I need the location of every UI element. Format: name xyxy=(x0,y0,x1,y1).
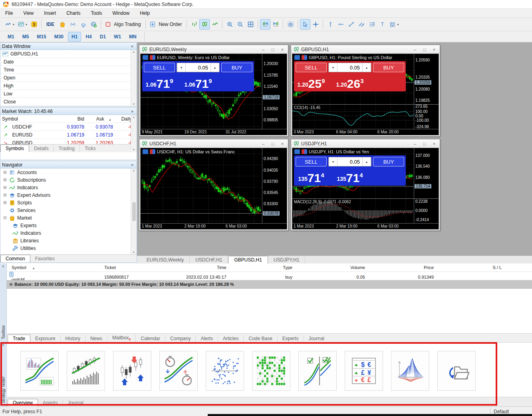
menu-charts[interactable]: Charts xyxy=(61,9,85,17)
minimize-icon[interactable]: – xyxy=(260,141,266,146)
tab-experts[interactable]: Experts xyxy=(278,335,304,342)
nav-item-market-libraries[interactable]: Libraries xyxy=(0,237,131,244)
tile-trading-arrows[interactable] xyxy=(113,351,151,391)
market-watch-scrollbar[interactable]: ▲▼ xyxy=(131,115,137,152)
indicator-axis[interactable]: 273.65100.000.00-100.00-324.98 xyxy=(414,105,439,129)
nav-item-services[interactable]: Services xyxy=(0,206,131,214)
tile-optimization-surface[interactable] xyxy=(391,351,429,391)
menu-window[interactable]: Window xyxy=(107,9,135,17)
trade-table-header[interactable]: Symbol ▲ Ticket Time Type Volume Price S… xyxy=(7,263,532,272)
chart-titlebar[interactable]: GBPUSD,H1 –□× xyxy=(291,45,440,53)
position-row[interactable]: usdchf 1586890817 2023.02.03 13:45:17 bu… xyxy=(7,272,532,280)
tab-mailbox[interactable]: Mailbox8 xyxy=(107,334,136,342)
maximize-icon[interactable]: □ xyxy=(421,47,428,52)
tf-mn[interactable]: MN xyxy=(125,32,140,42)
channel-tool[interactable] xyxy=(356,19,367,30)
price-chart[interactable]: USDCHF, H1: US Dollar vs Swiss Franc 0.9… xyxy=(141,148,287,223)
tab-alerts[interactable]: Alerts xyxy=(196,335,218,342)
new-order-button[interactable]: New Order xyxy=(148,19,185,30)
tab-news[interactable]: News xyxy=(85,335,107,342)
tab-articles[interactable]: Articles xyxy=(218,335,244,342)
market-watch-row-usdchf[interactable]: ↗ USDCHF 0.930780.93078-0.01% xyxy=(0,123,131,131)
trendline-tool[interactable] xyxy=(346,19,356,30)
time-axis[interactable]: 1 Mar 20232 Mar 19:006 Mar 03:00 xyxy=(141,223,287,229)
buy-price[interactable]: 1.20263 xyxy=(328,74,371,90)
tf-h1[interactable]: H1 xyxy=(68,32,81,42)
volume-increase-button[interactable]: ▲ xyxy=(362,157,371,166)
candles-mode-button[interactable] xyxy=(199,19,210,30)
tf-w1[interactable]: W1 xyxy=(110,32,125,42)
close-icon[interactable]: × xyxy=(129,44,135,49)
maximize-icon[interactable]: □ xyxy=(421,141,428,146)
vertical-line-tool[interactable] xyxy=(325,19,335,30)
indicator-axis[interactable]: 0.22380.0000-0.2414 xyxy=(414,199,439,223)
tf-m30[interactable]: M30 xyxy=(51,32,67,42)
tile-windows-button[interactable] xyxy=(245,19,256,30)
tab-common[interactable]: Common xyxy=(0,255,30,262)
tile-forward-test[interactable] xyxy=(298,351,337,391)
volume-decrease-button[interactable]: ▼ xyxy=(177,63,186,72)
price-chart[interactable]: GBPUSD, H1: Pound Sterling vs US Dollar … xyxy=(292,54,439,104)
chart-titlebar[interactable]: USDCHF,H1 –□× xyxy=(139,139,288,148)
nav-item-market-utilities[interactable]: Utilities xyxy=(0,244,131,252)
tile-market-scan[interactable] xyxy=(252,351,290,391)
tab-history[interactable]: History xyxy=(61,335,85,342)
close-icon[interactable]: × xyxy=(129,109,135,114)
maximize-icon[interactable]: □ xyxy=(270,141,276,146)
buy-button[interactable]: BUY xyxy=(221,63,252,72)
menu-help[interactable]: Help xyxy=(135,9,155,17)
time-axis[interactable]: 9 May 202119 Dec 202131 Jul 2022 xyxy=(141,129,287,135)
fibonacci-tool[interactable] xyxy=(367,19,377,30)
data-window-scrollbar[interactable]: ▲▼ xyxy=(131,50,137,106)
price-axis[interactable]: 1.205901.203351.200801.198251.20259 xyxy=(414,54,439,104)
price-axis[interactable]: 1.200301.157851.115401.030500.988051.067… xyxy=(262,54,287,129)
status-profile[interactable]: Default xyxy=(490,409,532,414)
tf-m1[interactable]: M1 xyxy=(4,32,18,42)
tab-symbols[interactable]: Symbols xyxy=(0,145,29,152)
tab-trading[interactable]: Trading xyxy=(54,145,80,152)
tab-tester-journal[interactable]: Journal xyxy=(63,399,88,406)
sell-button[interactable]: SELL xyxy=(296,63,327,72)
volume-input[interactable]: 0.05 xyxy=(337,63,362,72)
tile-multicurrency[interactable]: $€ £¥ €£ xyxy=(345,351,383,391)
buy-button[interactable]: BUY xyxy=(373,157,404,166)
tile-visual-test[interactable] xyxy=(67,351,105,391)
tab-overview[interactable]: Overview xyxy=(8,399,38,406)
chart-titlebar[interactable]: USDJPY,H1 –□× xyxy=(291,139,440,148)
chart-titlebar[interactable]: EURUSD,Weekly –□× xyxy=(139,45,288,53)
tf-m15[interactable]: M15 xyxy=(33,32,50,42)
time-axis[interactable]: 3 Mar 20236 Mar 04:006 Mar 20:00 xyxy=(292,129,439,135)
market-watch-row-eurusd[interactable]: ↗ EURUSD 1.067191.06719-0.10% xyxy=(0,131,131,139)
buy-price[interactable]: 135714 xyxy=(328,168,371,184)
volume-input[interactable]: 0.05 xyxy=(337,157,362,166)
ide-button[interactable]: IDE xyxy=(44,19,57,30)
chart-type-button[interactable]: ▾ xyxy=(3,19,16,30)
text-tool[interactable]: T xyxy=(377,19,387,30)
tab-ticks[interactable]: Ticks xyxy=(80,145,101,152)
crosshair-tool-button[interactable] xyxy=(310,19,321,30)
macd-indicator-pane[interactable]: MACD(12,26,9) -0.0371 -0.0062 0.22380.00… xyxy=(292,198,439,223)
shapes-tool[interactable]: ▾ xyxy=(387,19,400,30)
zoom-in-button[interactable] xyxy=(224,19,235,30)
buy-price[interactable]: 1.06719 xyxy=(177,74,220,90)
chart-tab-usdchf[interactable]: USDCHF,H1 xyxy=(190,256,228,263)
market-watch-row-gbpusd[interactable]: ↘ GBPUSD 1.202591.20263-0.00% xyxy=(0,139,131,144)
nav-item-market-experts[interactable]: Experts xyxy=(0,222,131,229)
tab-agents[interactable]: Agents xyxy=(38,399,63,406)
community-button[interactable] xyxy=(88,19,99,30)
menu-insert[interactable]: Insert xyxy=(39,9,61,17)
tab-calendar[interactable]: Calendar xyxy=(136,335,165,342)
maximize-icon[interactable]: □ xyxy=(270,47,276,52)
cursor-tool-button[interactable] xyxy=(300,19,310,30)
menu-view[interactable]: View xyxy=(18,9,39,17)
bar-chart-mode-button[interactable] xyxy=(189,19,199,30)
volume-increase-button[interactable]: ▲ xyxy=(210,63,219,72)
close-icon[interactable]: × xyxy=(2,264,4,269)
sell-button[interactable]: SELL xyxy=(144,63,175,72)
tile-execution-latency[interactable] xyxy=(159,351,198,391)
chart-tab-gbpusd[interactable]: GBPUSD,H1 xyxy=(228,256,268,263)
chart-profile-button[interactable]: ▾ xyxy=(16,19,29,30)
volume-decrease-button[interactable]: ▼ xyxy=(329,63,337,72)
tab-code-base[interactable]: Code Base xyxy=(244,335,277,342)
close-icon[interactable]: × xyxy=(279,141,286,146)
